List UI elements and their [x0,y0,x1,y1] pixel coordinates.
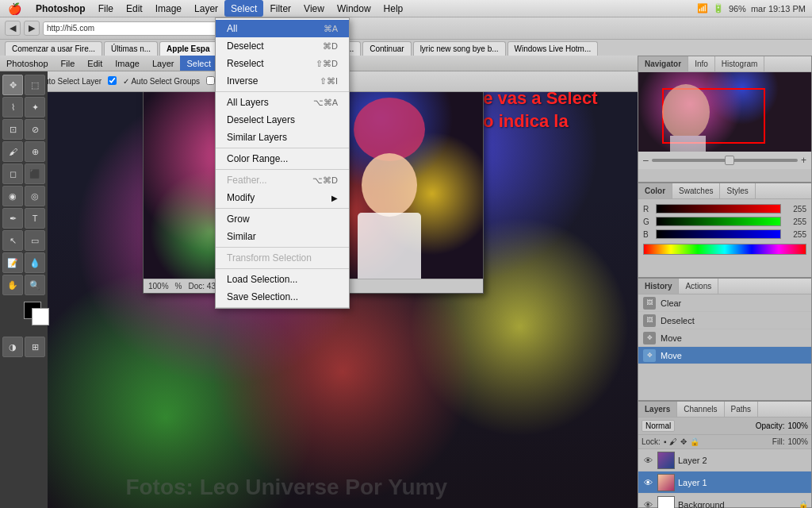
tab-paths[interactable]: Paths [725,402,759,417]
auto-select-groups-checkbox[interactable] [108,76,117,87]
tab-0[interactable]: Comenzar a usar Fire... [5,41,102,56]
layer-visibility-layer1[interactable]: 👁 [642,478,654,487]
lock-image-icon[interactable]: 🖌 [669,437,677,446]
tab-5[interactable]: Continuar [362,41,411,56]
zoom-tool-button[interactable]: 🔍 [25,275,45,295]
menu-item-file[interactable]: File [92,0,120,17]
menu-item-load-selection[interactable]: Load Selection... [216,271,349,288]
menu-item-deselect-layers[interactable]: Deselect Layers [216,111,349,129]
ps-menu-file[interactable]: File [55,56,82,71]
dodge-tool-button[interactable]: ◎ [25,186,45,206]
menu-item-similar-layers[interactable]: Similar Layers [216,129,349,146]
slice-tool-button[interactable]: ⊘ [25,119,45,140]
fill-tool-button[interactable]: ⬛ [25,164,45,184]
layer-item-layer2[interactable]: 👁 Layer 2 [638,449,811,471]
color-b-bar[interactable] [656,229,781,239]
color-spectrum-bar[interactable] [643,244,806,255]
zoom-slider[interactable] [652,159,798,162]
ps-menu-photoshop[interactable]: Photoshop [0,56,55,71]
lock-all-icon[interactable]: 🔒 [690,437,699,446]
history-item-deselect[interactable]: 🖼 Deselect [638,312,811,329]
brush-tool-button[interactable]: 🖌 [2,141,23,162]
tab-6[interactable]: lyric new song bye b... [413,41,506,56]
select-tool-button[interactable]: ⬚ [25,75,45,95]
history-item-clear[interactable]: 🖼 Clear [638,294,811,312]
auto-select-groups-check[interactable] [108,76,117,85]
tab-2[interactable]: Apple Espa [159,41,216,56]
tab-1[interactable]: Últimas n... [104,41,158,56]
layer-item-layer1[interactable]: 👁 Layer 1 [638,471,811,494]
screen-mode-button[interactable]: ⊞ [25,337,45,357]
background-color-swatch[interactable] [32,308,49,325]
menu-item-window[interactable]: Window [331,0,377,17]
menu-item-select[interactable]: Select [224,0,263,17]
menu-item-color-range[interactable]: Color Range... [216,150,349,167]
menu-item-filter[interactable]: Filter [263,0,297,17]
tab-color[interactable]: Color [638,183,672,198]
crop-tool-button[interactable]: ⊡ [2,119,23,140]
menu-item-reselect[interactable]: Reselect ⇧⌘D [216,55,349,72]
menu-item-photoshop[interactable]: Photoshop [29,0,92,17]
history-item-move2[interactable]: ✥ Move [638,347,811,364]
tab-styles[interactable]: Styles [720,183,755,198]
magic-wand-button[interactable]: ✦ [25,97,45,117]
menu-item-modify[interactable]: Modify ▶ [216,189,349,206]
layer-visibility-background[interactable]: 👁 [642,500,654,509]
tab-channels[interactable]: Channels [677,402,724,417]
menu-item-similar[interactable]: Similar [216,228,349,245]
menu-item-all-layers[interactable]: All Layers ⌥⌘A [216,94,349,111]
eyedropper-button[interactable]: 💧 [25,252,45,273]
blend-mode-dropdown[interactable]: Normal [642,420,675,432]
eraser-tool-button[interactable]: ◻ [2,164,23,184]
menu-item-image[interactable]: Image [149,0,188,17]
menu-item-edit[interactable]: Edit [120,0,149,17]
menu-item-save-selection[interactable]: Save Selection... [216,288,349,306]
menu-item-view[interactable]: View [297,0,331,17]
color-r-bar[interactable] [656,204,781,214]
tab-histogram[interactable]: Histogram [715,56,765,71]
tab-history[interactable]: History [638,279,679,294]
show-transform-checkbox[interactable] [206,76,215,87]
lock-position-icon[interactable]: ✥ [680,437,687,446]
color-g-bar[interactable] [656,217,781,226]
tab-swatches[interactable]: Swatches [672,183,720,198]
zoom-slider-thumb[interactable] [725,156,734,165]
menu-item-all[interactable]: All ⌘A [216,20,349,37]
blur-tool-button[interactable]: ◉ [2,186,23,206]
notes-tool-button[interactable]: 📝 [2,252,23,273]
url-input[interactable] [43,21,241,36]
menu-item-grow[interactable]: Grow [216,210,349,228]
ps-menu-select[interactable]: Select [180,56,217,71]
history-item-move1[interactable]: ✥ Move [638,329,811,347]
lock-transparent-icon[interactable]: ▪ [664,437,667,446]
type-tool-button[interactable]: T [25,208,45,229]
show-transform-check[interactable] [206,76,215,85]
layer-visibility-layer2[interactable]: 👁 [642,456,654,465]
tab-navigator[interactable]: Navigator [638,56,688,71]
menu-item-deselect[interactable]: Deselect ⌘D [216,37,349,55]
menu-item-inverse[interactable]: Inverse ⇧⌘I [216,72,349,90]
zoom-in-icon[interactable]: + [801,155,806,166]
tab-info[interactable]: Info [688,56,715,71]
layer-item-background[interactable]: 👁 Background 🔒 [638,494,811,508]
menu-item-help[interactable]: Help [377,0,410,17]
forward-button[interactable]: ▶ [24,21,40,36]
quick-mask-button[interactable]: ◑ [2,337,23,357]
shape-tool-button[interactable]: ▭ [25,230,45,251]
tab-actions[interactable]: Actions [679,279,718,294]
pen-tool-button[interactable]: ✒ [2,208,23,229]
zoom-out-icon[interactable]: – [643,155,649,166]
tab-7[interactable]: Windows Live Hotm... [508,41,599,56]
menu-item-layer[interactable]: Layer [188,0,224,17]
ps-menu-edit[interactable]: Edit [81,56,109,71]
move-tool-button[interactable]: ✥ [2,75,23,95]
lasso-tool-button[interactable]: ⌇ [2,97,23,117]
back-button[interactable]: ◀ [5,21,21,36]
hand-tool-button[interactable]: ✋ [2,275,23,295]
ps-menu-image[interactable]: Image [109,56,146,71]
apple-logo-icon[interactable]: 🍎 [0,2,29,15]
stamp-tool-button[interactable]: ⊕ [25,141,45,162]
ps-menu-layer[interactable]: Layer [146,56,181,71]
tab-layers[interactable]: Layers [638,402,677,417]
path-select-button[interactable]: ↖ [2,230,23,251]
